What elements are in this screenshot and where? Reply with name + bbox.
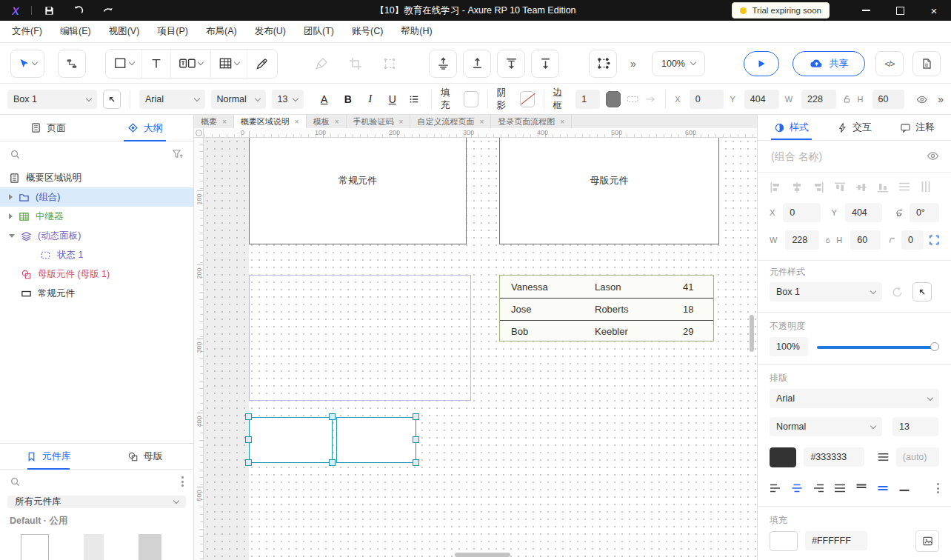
font-color-button[interactable]: A <box>317 93 332 105</box>
tab-notes[interactable]: 注释 <box>900 115 935 140</box>
selection-handle-sw[interactable] <box>245 459 252 466</box>
widget-thumbnail-placeholder[interactable] <box>84 534 104 560</box>
bring-forward-button[interactable] <box>463 50 491 78</box>
save-icon[interactable] <box>44 5 55 16</box>
tree-item-master[interactable]: 母版元件 (母版 1) <box>0 264 193 284</box>
vertical-align-bottom-icon[interactable] <box>898 483 910 493</box>
label-tool-button[interactable] <box>170 50 210 78</box>
tree-item-dynamic-panel[interactable]: (动态面板) <box>0 226 193 245</box>
visibility-icon[interactable] <box>927 150 939 162</box>
page-tab-active[interactable]: 概要区域说明 × <box>234 115 307 128</box>
text-align-justify-icon[interactable] <box>834 483 846 493</box>
lock-ratio-icon[interactable] <box>842 94 852 104</box>
close-icon[interactable]: × <box>479 118 484 126</box>
border-width-input[interactable]: 1 <box>575 90 599 109</box>
vertical-align-top-icon[interactable] <box>855 483 867 493</box>
tab-style[interactable]: 样式 <box>774 115 809 140</box>
fill-swatch[interactable] <box>464 91 478 107</box>
library-menu-button[interactable] <box>181 476 184 487</box>
widget-style-select[interactable]: Box 1 <box>7 90 97 109</box>
preview-button[interactable] <box>744 51 779 76</box>
page-tab[interactable]: 自定义流程页面 × <box>410 115 491 128</box>
line-height-input[interactable]: (auto) <box>896 447 939 467</box>
close-icon[interactable]: × <box>560 118 564 126</box>
code-export-button[interactable]: </> <box>875 51 904 76</box>
selection-handle-n[interactable] <box>329 413 336 420</box>
tab-list-button[interactable] <box>751 115 757 128</box>
selection-handle-e[interactable] <box>413 436 419 443</box>
table-tool-button[interactable] <box>210 50 247 78</box>
table-row[interactable]: Bob Keebler 29 <box>500 320 713 342</box>
chevron-down-icon[interactable] <box>9 234 15 238</box>
font-color-swatch[interactable] <box>770 447 796 467</box>
x-input[interactable]: 0 <box>690 90 724 109</box>
opacity-section[interactable]: 不透明度 <box>770 320 810 333</box>
tree-item-repeater[interactable]: 中继器 <box>0 207 193 226</box>
tree-item-widget[interactable]: 常规元件 <box>0 284 193 303</box>
maximize-button[interactable] <box>883 0 917 21</box>
menu-team[interactable]: 团队(T) <box>304 25 334 38</box>
shadow-swatch[interactable] <box>520 91 535 107</box>
text-tool-button[interactable] <box>141 50 170 78</box>
connector-tool-button[interactable] <box>58 50 86 78</box>
selection-handle-w[interactable] <box>245 436 252 443</box>
stylebar-more-button[interactable]: » <box>938 93 944 105</box>
menu-arrange[interactable]: 布局(A) <box>206 25 237 38</box>
selection-handle-nw[interactable] <box>245 413 252 420</box>
underline-button[interactable]: U <box>385 93 400 105</box>
widget-style-section[interactable]: 元件样式 <box>770 266 810 279</box>
text-align-center-icon[interactable] <box>791 483 803 493</box>
close-icon[interactable]: × <box>295 118 299 126</box>
opacity-slider[interactable] <box>817 341 939 352</box>
selection-corners-icon[interactable] <box>929 233 940 247</box>
radius-input[interactable]: 0 <box>901 230 924 250</box>
rotation-input[interactable]: 0° <box>910 203 939 222</box>
tab-outline[interactable]: 大纲 <box>97 115 194 141</box>
select-tool-button[interactable] <box>10 50 44 78</box>
canvas-widget-master[interactable]: 母版元件 <box>499 138 719 244</box>
minimize-button[interactable] <box>849 0 883 21</box>
fill-color-swatch[interactable] <box>770 531 798 551</box>
border-style-icon[interactable] <box>627 93 638 105</box>
font-family-select[interactable]: Arial <box>770 389 939 408</box>
style-picker-button[interactable] <box>103 90 121 109</box>
page-tab[interactable]: 模板 × <box>307 115 347 128</box>
table-row[interactable]: Vanessa Lason 41 <box>500 276 713 298</box>
chevron-right-icon[interactable] <box>9 194 13 200</box>
notes-button[interactable] <box>912 51 941 76</box>
h-input[interactable]: 60 <box>850 230 881 250</box>
lock-ratio-icon[interactable] <box>824 236 831 245</box>
tab-pages[interactable]: 页面 <box>0 115 97 141</box>
bring-to-front-button[interactable] <box>429 50 457 78</box>
send-to-back-button[interactable] <box>531 50 559 78</box>
font-weight-select[interactable]: Normal <box>211 90 266 109</box>
page-tab[interactable]: 概要 × <box>194 115 234 128</box>
font-size-select[interactable]: 13 <box>272 90 304 109</box>
rectangle-tool-button[interactable] <box>106 50 141 78</box>
y-input[interactable]: 404 <box>845 203 882 222</box>
menu-edit[interactable]: 编辑(E) <box>60 25 91 38</box>
widget-thumbnail-box[interactable] <box>21 534 49 560</box>
w-input[interactable]: 228 <box>801 90 836 109</box>
zoom-select[interactable]: 100% <box>652 51 705 76</box>
design-surface[interactable]: 常规元件 母版元件 Vanessa Lason 41 Jose Roberts … <box>204 138 757 560</box>
vertical-scrollbar[interactable] <box>750 315 754 352</box>
text-align-right-icon[interactable] <box>812 483 824 493</box>
widget-style-select[interactable]: Box 1 <box>770 282 882 301</box>
send-backward-button[interactable] <box>497 50 525 78</box>
page-tab[interactable]: 登录页面流程图 × <box>491 115 572 128</box>
chevron-right-icon[interactable] <box>9 213 13 219</box>
library-select[interactable]: 所有元件库 <box>7 496 186 508</box>
close-icon[interactable]: × <box>399 118 404 126</box>
library-group-header[interactable]: Default · 公用 <box>0 508 193 527</box>
fill-color-input[interactable]: #FFFFFF <box>805 531 867 550</box>
tab-interactions[interactable]: 交互 <box>837 115 872 140</box>
menu-view[interactable]: 视图(V) <box>109 25 140 38</box>
widget-name-input[interactable] <box>770 150 927 163</box>
close-button[interactable]: × <box>917 0 951 21</box>
widget-thumbnail-button[interactable] <box>139 534 161 560</box>
fill-section[interactable]: 填充 <box>770 514 792 527</box>
font-weight-select[interactable]: Normal <box>770 417 882 436</box>
toolbar-more-button[interactable]: » <box>630 58 636 70</box>
menu-account[interactable]: 账号(C) <box>352 25 383 38</box>
